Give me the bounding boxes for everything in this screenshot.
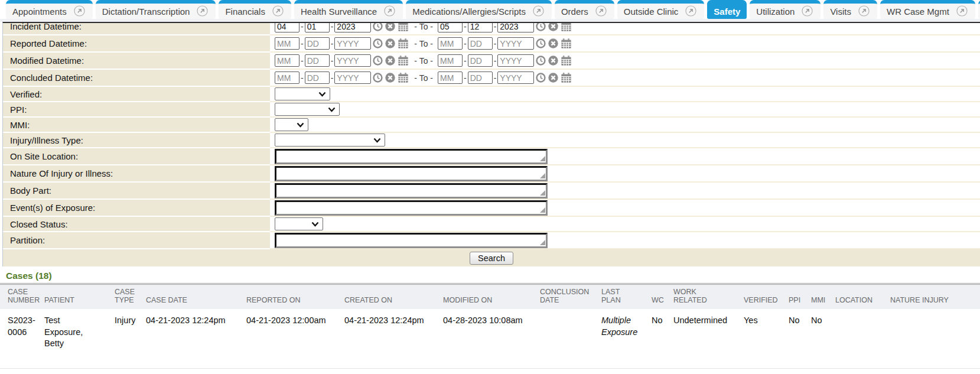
form-value-body-part: [270, 183, 980, 200]
mmi-select[interactable]: [275, 118, 308, 131]
reported-datetime-from-dd-input[interactable]: [305, 37, 330, 50]
calendar-icon[interactable]: [560, 37, 572, 50]
concluded-datetime-to-dd-input[interactable]: [468, 71, 493, 84]
search-button[interactable]: Search: [470, 252, 513, 265]
tab-financials[interactable]: Financials: [219, 0, 291, 19]
tab-safety[interactable]: Safety: [707, 0, 747, 19]
cell-work-related: Undetermined: [673, 309, 744, 368]
incident-datetime-to-mm-input[interactable]: [438, 23, 463, 32]
popout-icon[interactable]: [802, 5, 814, 18]
clear-date-icon[interactable]: [548, 72, 559, 83]
body-part-input[interactable]: [275, 183, 548, 199]
clock-icon[interactable]: [535, 55, 546, 66]
form-value-ppi: [270, 102, 980, 118]
incident-datetime-to-yyyy-input[interactable]: [497, 23, 534, 32]
tab-medications-allergies-scripts[interactable]: Medications/Allergies/Scripts: [406, 0, 552, 19]
injury-illness-type-select[interactable]: [275, 134, 385, 147]
col-header-verified: VERIFIED: [744, 285, 789, 309]
incident-datetime-from-mm-input[interactable]: [275, 23, 299, 32]
modified-datetime-from-dd-input[interactable]: [305, 54, 330, 67]
popout-icon[interactable]: [197, 5, 209, 18]
tab-utilization[interactable]: Utilization: [750, 0, 821, 19]
clear-date-icon[interactable]: [548, 38, 559, 49]
modified-datetime-to-yyyy-input[interactable]: [497, 54, 534, 67]
calendar-icon[interactable]: [397, 37, 409, 50]
clock-icon[interactable]: [535, 38, 546, 49]
popout-icon[interactable]: [533, 5, 545, 18]
popout-icon[interactable]: [595, 5, 608, 18]
clock-icon[interactable]: [372, 72, 383, 83]
clock-icon[interactable]: [372, 55, 383, 66]
clock-icon[interactable]: [535, 23, 546, 32]
incident-datetime-from-dd-input[interactable]: [305, 23, 330, 32]
form-value-incident-datetime: --- To ---: [270, 23, 980, 35]
clear-date-icon[interactable]: [385, 38, 396, 49]
date-dash: -: [464, 39, 467, 48]
incident-datetime-to-dd-input[interactable]: [468, 23, 493, 32]
form-row-body-part: Body Part:: [3, 183, 980, 200]
concluded-datetime-to-yyyy-input[interactable]: [497, 71, 534, 84]
cell-reported-on: 04-21-2023 12:00am: [246, 309, 344, 368]
calendar-icon[interactable]: [397, 23, 409, 32]
date-dash: -: [301, 23, 304, 31]
date-dash: -: [301, 56, 304, 66]
popout-icon[interactable]: [956, 5, 969, 18]
popout-icon[interactable]: [74, 5, 86, 18]
popout-icon[interactable]: [272, 5, 285, 18]
concluded-datetime-from-dd-input[interactable]: [305, 71, 330, 84]
calendar-icon[interactable]: [397, 71, 409, 84]
tab-outside-clinic[interactable]: Outside Clinic: [617, 0, 705, 19]
clear-date-icon[interactable]: [548, 23, 559, 32]
clear-date-icon[interactable]: [548, 55, 559, 66]
nature-of-injury-input[interactable]: [275, 166, 548, 181]
concluded-datetime-to-date: --: [438, 71, 572, 84]
reported-datetime-from-mm-input[interactable]: [275, 37, 299, 50]
concluded-datetime-from-mm-input[interactable]: [275, 71, 299, 84]
clear-date-icon[interactable]: [385, 72, 396, 83]
popout-icon[interactable]: [858, 5, 871, 18]
tab-label: Orders: [561, 6, 588, 17]
modified-datetime-to-dd-input[interactable]: [468, 54, 493, 67]
tab-wr-case-mgmt[interactable]: WR Case Mgmt: [880, 0, 975, 19]
clock-icon[interactable]: [372, 38, 383, 49]
reported-datetime-to-dd-input[interactable]: [468, 37, 493, 50]
col-header-last-plan: LAST PLAN: [601, 285, 652, 309]
tab-label: Financials: [225, 6, 265, 17]
cases-section: Cases (18) CASE NUMBERPATIENTCASE TYPECA…: [0, 269, 980, 369]
modified-datetime-from-yyyy-input[interactable]: [334, 54, 371, 67]
tab-dictation-transcription[interactable]: Dictation/Transcription: [96, 0, 216, 19]
clear-date-icon[interactable]: [385, 23, 396, 32]
table-row[interactable]: S2023-0006Test Exposure, BettyInjury04-2…: [0, 309, 980, 368]
reported-datetime-to-mm-input[interactable]: [438, 37, 463, 50]
clear-date-icon[interactable]: [385, 55, 396, 66]
incident-datetime-from-yyyy-input[interactable]: [334, 23, 371, 32]
tab-visits[interactable]: Visits: [823, 0, 877, 19]
reported-datetime-to-yyyy-input[interactable]: [497, 37, 534, 50]
events-of-exposure-input[interactable]: [275, 200, 548, 216]
tab-health-surveillance[interactable]: Health Surveillance: [294, 0, 403, 19]
closed-status-select[interactable]: [275, 217, 323, 230]
on-site-location-input[interactable]: [275, 149, 548, 164]
form-row-reported-datetime: Reported Datetime:--- To ---: [3, 35, 980, 53]
verified-select[interactable]: [275, 87, 330, 100]
calendar-icon[interactable]: [560, 54, 572, 67]
col-header-case-number: CASE NUMBER: [0, 285, 44, 309]
clock-icon[interactable]: [535, 72, 546, 83]
tab-appointments[interactable]: Appointments: [6, 0, 93, 19]
popout-icon[interactable]: [384, 5, 396, 18]
popout-icon[interactable]: [685, 5, 698, 18]
calendar-icon[interactable]: [560, 71, 572, 84]
date-dash: -: [331, 56, 334, 66]
reported-datetime-from-yyyy-input[interactable]: [334, 37, 371, 50]
partition-input[interactable]: [275, 233, 548, 248]
ppi-select[interactable]: [275, 103, 340, 116]
calendar-icon[interactable]: [397, 54, 409, 67]
tab-orders[interactable]: Orders: [555, 0, 614, 19]
modified-datetime-to-mm-input[interactable]: [438, 54, 463, 67]
calendar-icon[interactable]: [560, 23, 572, 32]
clock-icon[interactable]: [372, 23, 383, 32]
concluded-datetime-from-yyyy-input[interactable]: [334, 71, 371, 84]
concluded-datetime-to-mm-input[interactable]: [438, 71, 463, 84]
modified-datetime-from-mm-input[interactable]: [275, 54, 299, 67]
form-row-injury-illness-type: Injury/Illness Type:: [3, 133, 980, 148]
